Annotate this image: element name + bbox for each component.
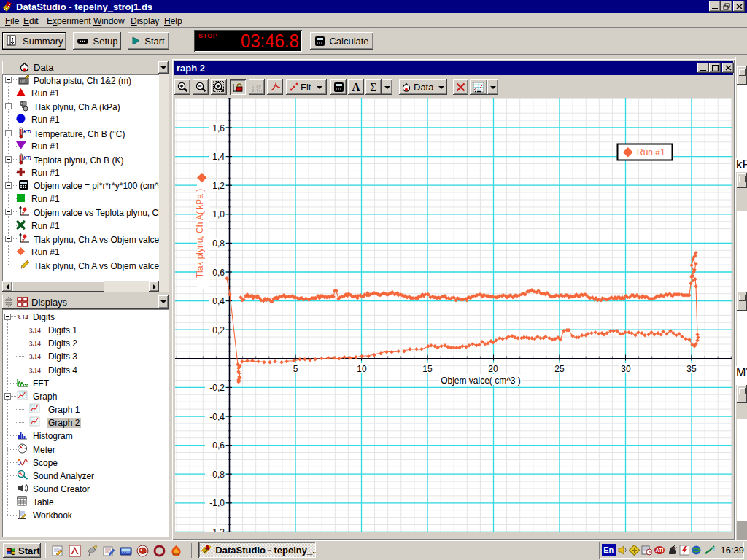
svg-text:3.14: 3.14 xyxy=(29,340,41,347)
svg-text:ATI: ATI xyxy=(656,548,664,553)
svg-text:KTD: KTD xyxy=(23,155,31,160)
svg-text:3.14: 3.14 xyxy=(29,367,41,374)
svg-text:-0,6: -0,6 xyxy=(209,440,225,451)
svg-text:0,8: 0,8 xyxy=(212,238,225,249)
svg-text:5: 5 xyxy=(293,364,298,374)
svg-text:xy: xy xyxy=(256,83,262,89)
svg-text:KTD: KTD xyxy=(23,129,31,134)
svg-text:-0,8: -0,8 xyxy=(209,470,225,480)
svg-text:Run #1: Run #1 xyxy=(637,147,665,158)
svg-text:30: 30 xyxy=(621,364,631,374)
svg-text:0,4: 0,4 xyxy=(212,296,225,306)
svg-text:-1,2: -1,2 xyxy=(209,527,225,532)
svg-text:1,4: 1,4 xyxy=(212,152,225,162)
svg-text:10: 10 xyxy=(357,364,367,374)
svg-text:Objem valce( cm^3 ): Objem valce( cm^3 ) xyxy=(441,376,521,386)
svg-text:25: 25 xyxy=(554,364,565,374)
svg-text:3.14: 3.14 xyxy=(29,327,41,334)
svg-text:0,6: 0,6 xyxy=(212,268,225,278)
svg-text:1,2: 1,2 xyxy=(212,181,225,191)
svg-text:20: 20 xyxy=(488,364,498,374)
svg-text:1,6: 1,6 xyxy=(212,123,225,133)
svg-text:35: 35 xyxy=(686,364,697,374)
svg-text:-0,2: -0,2 xyxy=(209,383,225,393)
svg-text:Tlak plynu, Ch A( kPa ): Tlak plynu, Ch A( kPa ) xyxy=(195,189,205,279)
svg-text:-1,0: -1,0 xyxy=(209,498,225,508)
svg-text:15: 15 xyxy=(422,364,433,374)
svg-text:3.14: 3.14 xyxy=(29,353,41,360)
svg-text:-0,4: -0,4 xyxy=(209,412,225,422)
svg-text:3.14: 3.14 xyxy=(17,314,28,321)
svg-text:0,2: 0,2 xyxy=(212,325,225,335)
svg-text:1,0: 1,0 xyxy=(212,209,225,219)
